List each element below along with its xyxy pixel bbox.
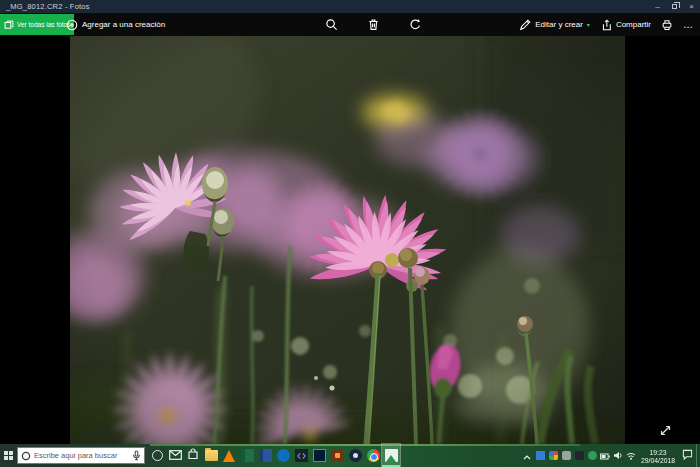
add-circle-icon (66, 19, 78, 31)
chevron-down-icon: ▾ (587, 21, 590, 28)
taskbar-app-premiere[interactable] (328, 444, 346, 467)
taskbar-app-excel[interactable] (238, 444, 256, 467)
photos-app-icon (385, 449, 398, 462)
taskbar-app-mail[interactable] (166, 444, 184, 467)
battery-icon (600, 448, 610, 463)
photo-canvas (70, 36, 625, 444)
taskbar-app-file-explorer[interactable] (202, 444, 220, 467)
cortana-icon (21, 447, 31, 465)
zoom-icon (325, 18, 338, 31)
windows-logo-icon (4, 451, 13, 460)
volume-icon (613, 448, 623, 463)
zoom-button[interactable] (310, 13, 352, 36)
close-button[interactable]: × (683, 0, 700, 13)
titlebar: _MG_8012.CR2 - Fotos – × (0, 0, 700, 13)
show-desktop-button[interactable] (696, 444, 699, 467)
edit-create-icon (519, 19, 531, 31)
premiere-icon (331, 449, 344, 462)
camera-icon (562, 451, 571, 460)
clock[interactable]: 19:23 29/04/2018 (638, 444, 678, 467)
share-button[interactable]: Compartir (595, 13, 656, 36)
photo-viewer (0, 36, 700, 444)
tray-blue-app[interactable] (534, 444, 546, 467)
store-bag-icon (187, 448, 199, 463)
taskbar-app-store[interactable] (184, 444, 202, 467)
dark-app-icon (575, 451, 584, 460)
tray-color-app[interactable] (547, 444, 559, 467)
taskbar-app-vlc[interactable] (220, 444, 238, 467)
daisies-photo (70, 36, 625, 444)
wifi-icon (626, 448, 636, 463)
taskbar-search (17, 447, 145, 464)
tray-battery[interactable] (599, 444, 611, 467)
delete-button[interactable] (352, 13, 394, 36)
chrome-icon (367, 449, 380, 462)
tray-network[interactable] (625, 444, 637, 467)
search-input[interactable] (34, 451, 129, 460)
rotate-button[interactable] (394, 13, 436, 36)
tray-status-app[interactable] (586, 444, 598, 467)
see-more-button[interactable]: … (678, 20, 698, 30)
start-button[interactable] (0, 444, 17, 467)
share-icon (600, 19, 612, 31)
mail-icon (169, 448, 182, 463)
taskbar-app-photos-active[interactable] (382, 444, 400, 467)
photo-collection-icon (4, 20, 14, 30)
system-tray: 19:23 29/04/2018 (521, 444, 700, 467)
command-bar: Ver todas las fotos Agregar a una creaci… (0, 13, 700, 36)
excel-icon (241, 449, 254, 462)
edge-icon (277, 449, 290, 462)
ellipsis-icon: … (683, 19, 693, 30)
hidden-icons-button[interactable] (521, 444, 533, 467)
photoshop-icon (313, 449, 326, 462)
taskbar-app-word[interactable] (256, 444, 274, 467)
right-tools: Editar y crear ▾ Compartir … (514, 13, 698, 36)
taskbar: 19:23 29/04/2018 (0, 444, 700, 467)
color-app-icon (549, 451, 558, 460)
restore-icon (672, 4, 677, 9)
taskbar-app-task-view[interactable] (148, 444, 166, 467)
print-icon (661, 19, 673, 31)
tray-volume[interactable] (612, 444, 624, 467)
taskbar-apps (148, 444, 400, 467)
action-center-button[interactable] (679, 444, 695, 467)
folder-icon (205, 450, 218, 461)
taskbar-app-steam[interactable] (346, 444, 364, 467)
code-editor-icon (295, 449, 308, 462)
trash-icon (367, 18, 380, 31)
tray-camera-app[interactable] (560, 444, 572, 467)
steam-icon (349, 449, 362, 462)
fullscreen-icon (660, 424, 671, 439)
vlc-cone-icon (223, 450, 235, 462)
window-controls: – × (649, 0, 700, 13)
print-button[interactable] (656, 13, 678, 36)
rotate-icon (409, 18, 422, 31)
clock-time: 19:23 (638, 449, 678, 457)
fullscreen-button[interactable] (658, 424, 672, 438)
edit-create-button[interactable]: Editar y crear ▾ (514, 13, 595, 36)
center-tools (310, 13, 436, 36)
notification-bubble-icon (682, 448, 693, 463)
edit-create-label: Editar y crear (535, 20, 583, 29)
share-label: Compartir (616, 20, 651, 29)
add-to-creation-button[interactable]: Agregar a una creación (62, 13, 169, 36)
microphone-icon[interactable] (132, 447, 141, 465)
taskbar-app-chrome[interactable] (364, 444, 382, 467)
chevron-up-icon (523, 448, 531, 463)
maximize-button[interactable] (666, 0, 683, 13)
minimize-icon: – (655, 2, 659, 11)
taskbar-app-edge[interactable] (274, 444, 292, 467)
task-view-icon (152, 450, 163, 461)
close-icon: × (689, 2, 694, 11)
clock-date: 29/04/2018 (638, 457, 678, 465)
window-title: _MG_8012.CR2 - Fotos (0, 2, 90, 11)
word-icon (259, 449, 272, 462)
desktop: _MG_8012.CR2 - Fotos – × Ver todas las f… (0, 0, 700, 467)
status-dot-icon (588, 451, 597, 460)
taskbar-app-code-editor[interactable] (292, 444, 310, 467)
blue-app-icon (536, 451, 545, 460)
taskbar-app-photoshop[interactable] (310, 444, 328, 467)
minimize-button[interactable]: – (649, 0, 666, 13)
tray-dark-app[interactable] (573, 444, 585, 467)
add-to-creation-label: Agregar a una creación (82, 20, 165, 29)
